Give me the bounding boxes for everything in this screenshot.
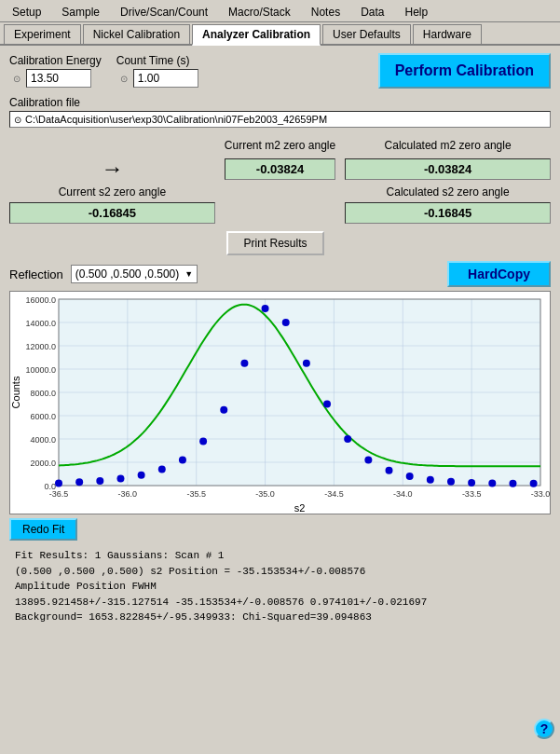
svg-text:16000.0: 16000.0: [25, 295, 56, 305]
svg-text:-36.5: -36.5: [49, 489, 69, 499]
calibration-energy-input[interactable]: [26, 69, 91, 88]
svg-point-49: [282, 319, 290, 326]
tab-user-defaults[interactable]: User Defaults: [322, 24, 411, 44]
calculated-m2-value: -0.03824: [345, 158, 551, 180]
help-icon[interactable]: ?: [534, 719, 554, 739]
menu-sample[interactable]: Sample: [51, 2, 110, 21]
reflection-row: Reflection (0.500 ,0.500 ,0.500) ▼ HardC…: [9, 261, 551, 287]
tab-nickel-calibration[interactable]: Nickel Calibration: [83, 24, 190, 44]
calibration-file-value: C:\DataAcquisition\user\exp30\Calibratio…: [25, 114, 327, 125]
fit-results-line3: Amplitude Position FWHM: [15, 579, 545, 595]
calibration-file-section: Calibration file ⊙ C:\DataAcquisition\us…: [9, 96, 551, 128]
svg-text:-34.5: -34.5: [324, 489, 344, 499]
svg-point-61: [530, 480, 538, 487]
svg-text:-35.5: -35.5: [186, 489, 206, 499]
svg-point-50: [303, 360, 310, 367]
svg-point-48: [262, 305, 269, 312]
calibration-file-label: Calibration file: [9, 96, 551, 109]
zero-angle-section: Current m2 zero angle → Calculated m2 ze…: [9, 137, 551, 224]
count-time-group: Count Time (s) ⊙: [116, 54, 198, 88]
svg-text:8000.0: 8000.0: [30, 389, 56, 398]
chart-container: 0.02000.04000.06000.08000.010000.012000.…: [9, 291, 551, 514]
calculated-m2-label: Calculated m2 zero angle: [345, 139, 551, 152]
svg-point-40: [96, 477, 103, 485]
calib-file-icon: ⊙: [14, 115, 21, 125]
svg-text:6000.0: 6000.0: [30, 412, 56, 421]
current-s2-value: -0.16845: [9, 202, 215, 224]
reflection-select[interactable]: (0.500 ,0.500 ,0.500) ▼: [71, 265, 198, 283]
calibration-file-path: ⊙ C:\DataAcquisition\user\exp30\Calibrat…: [9, 111, 551, 128]
arrow-right-icon: →: [101, 137, 123, 182]
coin-icon-time: ⊙: [116, 71, 131, 86]
calculated-s2-value: -0.16845: [345, 202, 551, 224]
svg-point-59: [488, 480, 496, 487]
menu-macro-stack[interactable]: Macro/Stack: [218, 2, 301, 21]
svg-text:-35.0: -35.0: [255, 489, 275, 499]
main-content: Calibration Energy ⊙ Count Time (s) ⊙ Pe…: [0, 46, 560, 745]
count-time-input[interactable]: [133, 69, 198, 88]
svg-point-53: [364, 457, 372, 464]
svg-point-38: [55, 480, 62, 487]
svg-point-60: [509, 480, 516, 487]
svg-point-55: [406, 473, 414, 480]
coin-icon-energy: ⊙: [9, 71, 24, 86]
fit-results-line4: 13895.921458+/-315.127514 -35.153534+/-0…: [15, 595, 545, 610]
svg-point-46: [220, 406, 227, 414]
svg-point-52: [344, 435, 351, 443]
svg-point-42: [138, 472, 145, 479]
current-m2-label: Current m2 zero angle: [225, 139, 335, 152]
svg-text:2000.0: 2000.0: [30, 459, 56, 468]
svg-text:10000.0: 10000.0: [25, 365, 56, 375]
svg-point-43: [158, 466, 166, 473]
fit-results-line5: Background= 1653.822845+/-95.349933: Chi…: [15, 610, 545, 625]
hardcopy-button[interactable]: HardCopy: [447, 261, 551, 287]
fit-results-line2: (0.500 ,0.500 ,0.500) s2 Position = -35.…: [15, 564, 545, 580]
svg-text:14000.0: 14000.0: [25, 319, 56, 328]
count-time-label: Count Time (s): [116, 54, 198, 67]
svg-point-58: [468, 479, 475, 487]
svg-point-44: [179, 457, 186, 464]
svg-text:-34.0: -34.0: [393, 489, 413, 499]
menu-help[interactable]: Help: [395, 2, 439, 21]
menu-notes[interactable]: Notes: [301, 2, 350, 21]
fit-results: Fit Results: 1 Gaussians: Scan # 1 (0.50…: [9, 544, 551, 629]
svg-point-41: [116, 475, 124, 483]
svg-point-51: [323, 401, 331, 408]
chevron-down-icon: ▼: [184, 269, 193, 279]
calibration-energy-input-wrap: ⊙: [9, 69, 102, 88]
menu-drive-scan-count[interactable]: Drive/Scan/Count: [110, 2, 218, 21]
tab-hardware[interactable]: Hardware: [413, 24, 482, 44]
tab-bar: Experiment Nickel Calibration Analyzer C…: [0, 22, 560, 46]
reflection-label: Reflection: [9, 267, 63, 281]
calibration-energy-group: Calibration Energy ⊙: [9, 54, 102, 88]
svg-point-56: [427, 476, 434, 484]
menu-setup[interactable]: Setup: [2, 2, 51, 21]
redo-fit-button[interactable]: Redo Fit: [9, 518, 77, 541]
calibration-energy-label: Calibration Energy: [9, 54, 102, 67]
arrow-cell: →: [9, 137, 215, 182]
menu-data[interactable]: Data: [350, 2, 394, 21]
current-s2-label: Current s2 zero angle: [9, 185, 215, 199]
svg-point-39: [75, 478, 83, 486]
zero-angle-grid: Current m2 zero angle → Calculated m2 ze…: [9, 137, 551, 224]
svg-text:Counts: Counts: [10, 376, 21, 408]
form-row: Calibration Energy ⊙ Count Time (s) ⊙ Pe…: [9, 53, 551, 89]
svg-point-47: [240, 360, 248, 367]
tab-experiment[interactable]: Experiment: [4, 24, 81, 44]
chart-svg: 0.02000.04000.06000.08000.010000.012000.…: [10, 292, 550, 514]
print-results-button[interactable]: Print Results: [226, 231, 323, 255]
count-time-input-wrap: ⊙: [116, 69, 198, 88]
current-m2-value: -0.03824: [225, 158, 335, 180]
svg-point-54: [386, 467, 393, 474]
perform-calibration-button[interactable]: Perform Calibration: [378, 53, 551, 89]
svg-text:4000.0: 4000.0: [30, 435, 56, 445]
svg-text:s2: s2: [294, 502, 306, 514]
tab-analyzer-calibration[interactable]: Analyzer Calibration: [192, 24, 321, 46]
menu-bar: Setup Sample Drive/Scan/Count Macro/Stac…: [0, 0, 560, 22]
calculated-s2-label: Calculated s2 zero angle: [345, 185, 551, 199]
svg-text:-33.0: -33.0: [531, 489, 550, 499]
reflection-value: (0.500 ,0.500 ,0.500): [75, 267, 179, 281]
svg-text:-33.5: -33.5: [462, 489, 482, 499]
svg-text:12000.0: 12000.0: [25, 342, 56, 351]
svg-point-57: [447, 478, 455, 486]
